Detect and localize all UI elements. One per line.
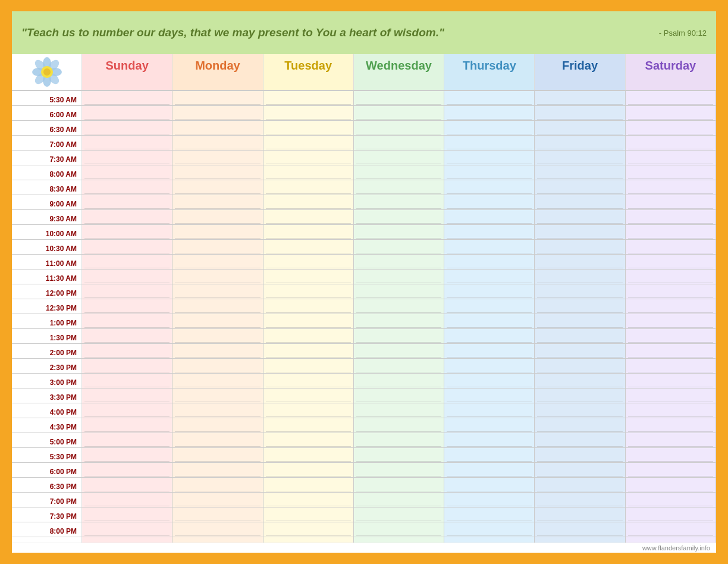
cell-tuesday[interactable] — [263, 136, 354, 150]
cell-thursday[interactable] — [444, 388, 535, 403]
cell-thursday[interactable] — [444, 180, 535, 195]
cell-monday[interactable] — [172, 537, 263, 543]
cell-wednesday[interactable] — [354, 537, 444, 543]
cell-thursday[interactable] — [444, 448, 535, 462]
cell-sunday[interactable] — [82, 299, 172, 314]
cell-thursday[interactable] — [444, 329, 535, 343]
cell-wednesday[interactable] — [354, 240, 444, 254]
cell-monday[interactable] — [172, 136, 263, 150]
cell-thursday[interactable] — [444, 537, 535, 543]
cell-saturday[interactable] — [626, 522, 716, 537]
cell-wednesday[interactable] — [354, 418, 444, 433]
cell-wednesday[interactable] — [354, 106, 444, 120]
cell-thursday[interactable] — [444, 463, 535, 477]
cell-tuesday[interactable] — [263, 418, 354, 433]
cell-saturday[interactable] — [626, 403, 716, 418]
cell-friday[interactable] — [535, 91, 625, 105]
cell-friday[interactable] — [535, 418, 625, 433]
cell-thursday[interactable] — [444, 270, 535, 284]
cell-wednesday[interactable] — [354, 195, 444, 209]
cell-tuesday[interactable] — [263, 507, 354, 522]
cell-thursday[interactable] — [444, 403, 535, 418]
cell-sunday[interactable] — [82, 374, 172, 388]
cell-friday[interactable] — [535, 106, 625, 120]
cell-saturday[interactable] — [626, 448, 716, 462]
cell-thursday[interactable] — [444, 507, 535, 522]
cell-wednesday[interactable] — [354, 91, 444, 105]
cell-sunday[interactable] — [82, 284, 172, 299]
cell-friday[interactable] — [535, 314, 625, 328]
cell-friday[interactable] — [535, 403, 625, 418]
cell-thursday[interactable] — [444, 151, 535, 165]
cell-friday[interactable] — [535, 448, 625, 462]
cell-friday[interactable] — [535, 359, 625, 373]
cell-saturday[interactable] — [626, 299, 716, 314]
cell-monday[interactable] — [172, 210, 263, 224]
cell-wednesday[interactable] — [354, 478, 444, 492]
cell-tuesday[interactable] — [263, 180, 354, 195]
cell-friday[interactable] — [535, 136, 625, 150]
cell-wednesday[interactable] — [354, 136, 444, 150]
cell-thursday[interactable] — [444, 314, 535, 328]
cell-sunday[interactable] — [82, 344, 172, 358]
cell-sunday[interactable] — [82, 255, 172, 269]
cell-sunday[interactable] — [82, 121, 172, 135]
cell-tuesday[interactable] — [263, 374, 354, 388]
cell-wednesday[interactable] — [354, 314, 444, 328]
cell-wednesday[interactable] — [354, 270, 444, 284]
cell-sunday[interactable] — [82, 463, 172, 477]
cell-thursday[interactable] — [444, 418, 535, 433]
cell-sunday[interactable] — [82, 403, 172, 418]
cell-friday[interactable] — [535, 180, 625, 195]
cell-monday[interactable] — [172, 91, 263, 105]
cell-monday[interactable] — [172, 374, 263, 388]
cell-saturday[interactable] — [626, 388, 716, 403]
cell-tuesday[interactable] — [263, 329, 354, 343]
cell-saturday[interactable] — [626, 344, 716, 358]
cell-saturday[interactable] — [626, 374, 716, 388]
cell-sunday[interactable] — [82, 418, 172, 433]
cell-sunday[interactable] — [82, 522, 172, 537]
cell-thursday[interactable] — [444, 284, 535, 299]
cell-saturday[interactable] — [626, 433, 716, 447]
cell-tuesday[interactable] — [263, 284, 354, 299]
cell-wednesday[interactable] — [354, 433, 444, 447]
cell-saturday[interactable] — [626, 240, 716, 254]
cell-sunday[interactable] — [82, 136, 172, 150]
cell-thursday[interactable] — [444, 255, 535, 269]
cell-friday[interactable] — [535, 463, 625, 477]
cell-friday[interactable] — [535, 329, 625, 343]
cell-thursday[interactable] — [444, 344, 535, 358]
cell-sunday[interactable] — [82, 388, 172, 403]
cell-monday[interactable] — [172, 463, 263, 477]
cell-monday[interactable] — [172, 151, 263, 165]
cell-monday[interactable] — [172, 121, 263, 135]
cell-thursday[interactable] — [444, 210, 535, 224]
cell-saturday[interactable] — [626, 507, 716, 522]
cell-tuesday[interactable] — [263, 195, 354, 209]
cell-thursday[interactable] — [444, 493, 535, 507]
cell-wednesday[interactable] — [354, 299, 444, 314]
cell-wednesday[interactable] — [354, 374, 444, 388]
cell-monday[interactable] — [172, 507, 263, 522]
cell-wednesday[interactable] — [354, 493, 444, 507]
cell-wednesday[interactable] — [354, 388, 444, 403]
cell-tuesday[interactable] — [263, 165, 354, 180]
cell-thursday[interactable] — [444, 136, 535, 150]
cell-thursday[interactable] — [444, 106, 535, 120]
cell-sunday[interactable] — [82, 195, 172, 209]
cell-wednesday[interactable] — [354, 165, 444, 180]
cell-friday[interactable] — [535, 299, 625, 314]
cell-sunday[interactable] — [82, 180, 172, 195]
cell-friday[interactable] — [535, 165, 625, 180]
cell-tuesday[interactable] — [263, 359, 354, 373]
cell-tuesday[interactable] — [263, 388, 354, 403]
cell-tuesday[interactable] — [263, 106, 354, 120]
cell-saturday[interactable] — [626, 329, 716, 343]
cell-friday[interactable] — [535, 374, 625, 388]
cell-monday[interactable] — [172, 448, 263, 462]
cell-saturday[interactable] — [626, 255, 716, 269]
cell-saturday[interactable] — [626, 180, 716, 195]
cell-monday[interactable] — [172, 329, 263, 343]
cell-friday[interactable] — [535, 493, 625, 507]
